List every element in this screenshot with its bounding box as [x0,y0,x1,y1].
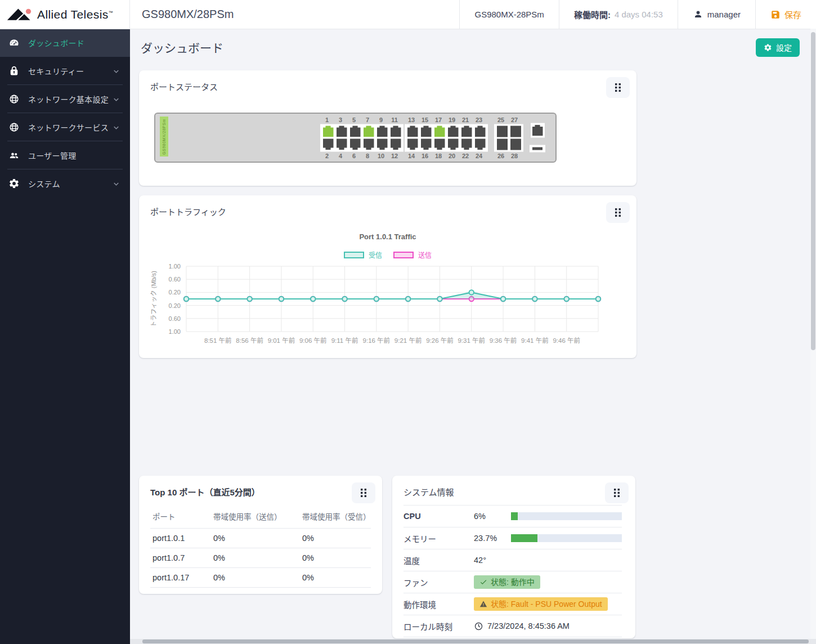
status-badge: 状態: Fault - PSU Power Output [474,597,608,611]
port-cell: port1.0.7 [150,548,211,568]
port-group-2: 131517192123141618202224 [405,115,488,160]
port-number: 2 [320,151,334,160]
port-14[interactable] [407,138,418,150]
globe-icon [8,93,20,105]
port-number: 1 [320,115,334,124]
port-26[interactable] [497,138,508,150]
port-number: 16 [418,151,432,160]
port-number: 13 [405,115,418,124]
vertical-scrollbar[interactable] [810,29,816,639]
horizontal-scrollbar-thumb[interactable] [142,639,809,643]
svg-text:9:46 午前: 9:46 午前 [553,337,580,344]
port-24[interactable] [475,138,486,150]
tx-cell: 0% [211,548,300,568]
settings-button[interactable]: 設定 [756,38,800,57]
value-text: 42° [474,556,486,565]
horizontal-scrollbar[interactable] [130,639,816,644]
rx-cell: 0% [300,529,371,548]
port-21[interactable] [461,126,472,137]
drag-handle-icon[interactable] [605,482,629,503]
chevron-down-icon [111,95,121,104]
sidebar-item-label: システム [28,178,60,189]
port-27[interactable] [510,126,521,137]
port-8[interactable] [364,138,374,150]
management-port[interactable] [531,123,545,138]
port-7[interactable] [364,126,374,137]
port-20[interactable] [448,138,459,150]
local-time: 7/23/2024, 8:45:36 AM [474,621,570,631]
port-23[interactable] [475,126,486,137]
port-number: 9 [374,115,388,124]
system-info-row: ローカル時刻7/23/2024, 8:45:36 AM [403,615,622,637]
port-18[interactable] [434,138,445,150]
system-info-card: システム情報 CPU6%メモリー23.7%温度42°ファン状態: 動作中動作環境… [392,476,635,638]
system-info-title: システム情報 [403,486,454,498]
port-12[interactable] [391,138,401,150]
port-1[interactable] [323,126,334,137]
vertical-scrollbar-thumb[interactable] [811,32,815,350]
sidebar-item-user-management[interactable]: ユーザー管理 [0,141,130,169]
port-11[interactable] [391,126,401,137]
port-28[interactable] [510,138,521,150]
sidebar-item-network-services[interactable]: ネットワークサービス [0,113,130,141]
page-header: ダッシュボード 設定 [141,38,800,57]
port-6[interactable] [350,138,361,150]
sidebar-item-network-basic[interactable]: ネットワーク基本設定 [0,85,130,113]
rx-cell: 0% [300,568,371,588]
system-info-row: ファン状態: 動作中 [403,571,622,593]
system-info-label: CPU [403,512,474,521]
sidebar-item-dashboard[interactable]: ダッシュボード [0,29,130,57]
sidebar-item-label: ネットワークサービス [28,122,109,133]
svg-text:0.60: 0.60 [169,315,181,322]
save-icon [770,10,781,20]
port-group-3: 25272628 [494,115,523,160]
port-number: 10 [374,151,388,160]
top-ports-column-header: ポート [150,505,211,529]
port-number: 21 [459,115,472,124]
system-info-row: 動作環境状態: Fault - PSU Power Output [403,593,622,615]
port-9[interactable] [377,126,388,137]
system-info-label: ファン [403,576,474,588]
port-5[interactable] [350,126,361,137]
sidebar-item-label: ダッシュボード [28,37,84,48]
port-number: 23 [472,115,486,124]
port-10[interactable] [377,138,388,150]
allied-telesis-logo-icon [7,7,33,23]
drag-handle-icon[interactable] [606,77,630,98]
system-info-label: ローカル時刻 [403,620,474,632]
uptime-value: 4 days 04:53 [615,10,663,19]
system-info-label: 温度 [403,554,474,566]
user-menu[interactable]: manager [678,0,755,29]
port-19[interactable] [448,126,459,137]
svg-text:9:31 午前: 9:31 午前 [458,337,485,344]
port-4[interactable] [337,138,347,150]
console-slot [530,145,545,153]
port-15[interactable] [421,126,432,137]
drag-handle-icon[interactable] [606,202,630,223]
svg-text:9:26 午前: 9:26 午前 [426,337,454,344]
port-22[interactable] [461,138,472,150]
port-25[interactable] [497,126,508,137]
port-3[interactable] [337,126,347,137]
port-16[interactable] [421,138,432,150]
port-17[interactable] [434,126,445,137]
port-number: 22 [459,151,472,160]
port-number: 17 [432,115,445,124]
sidebar-item-security[interactable]: セキュリティー [0,57,130,85]
port-number: 18 [432,151,445,160]
port-number: 7 [361,115,374,124]
port-status-card: ポートステータス GS980MX/28PSm 13579112468101213… [139,70,636,186]
port-number: 19 [445,115,459,124]
main-content: ダッシュボード 設定 ポートステータス GS980MX/28PSm 135791… [130,29,816,644]
port-number: 20 [445,151,459,160]
drag-handle-icon[interactable] [352,482,375,503]
chevron-down-icon [111,123,121,132]
port-13[interactable] [407,126,418,137]
progress-fill [511,512,518,520]
port-number: 4 [334,151,347,160]
top-ports-title: Top 10 ポート（直近5分間） [150,486,260,498]
person-icon [693,9,703,20]
port-2[interactable] [323,138,334,150]
sidebar-item-system[interactable]: システム [0,169,130,198]
save-button[interactable]: 保存 [755,0,816,29]
